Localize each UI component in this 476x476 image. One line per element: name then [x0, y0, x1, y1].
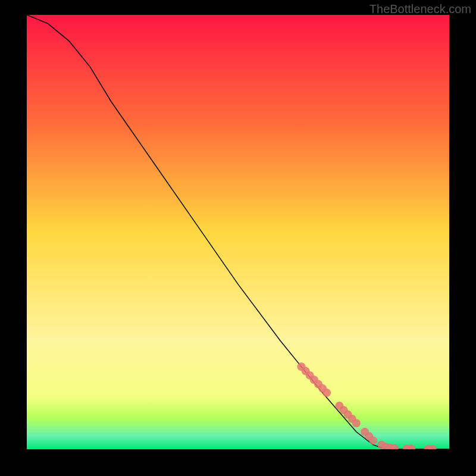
plot-area: [27, 15, 449, 449]
data-point: [352, 419, 361, 427]
watermark-text: TheBottleneck.com: [369, 2, 471, 16]
gradient-background: [27, 15, 449, 449]
data-point: [322, 389, 331, 397]
chart-container: TheBottleneck.com: [0, 0, 476, 476]
chart-svg: [27, 15, 449, 449]
data-point: [369, 436, 377, 444]
